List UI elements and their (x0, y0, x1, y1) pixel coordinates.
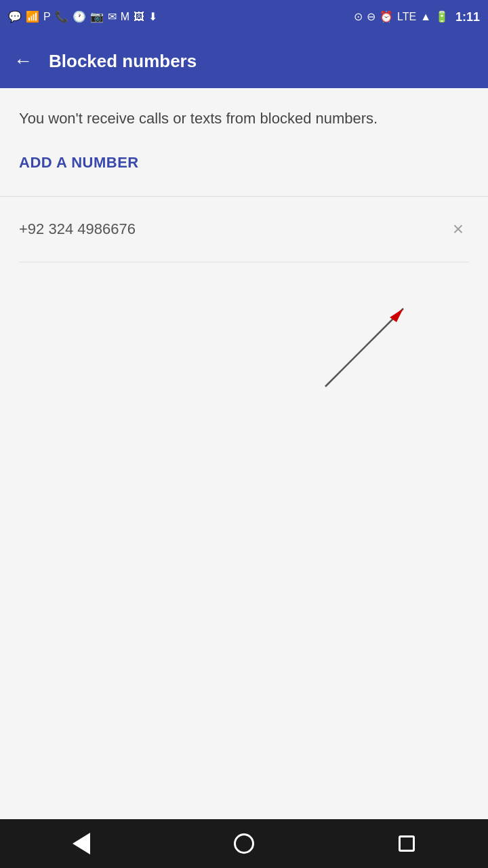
cast-icon: ⊙ (354, 12, 363, 22)
app-bar: ← Blocked numbers (0, 34, 488, 88)
gmail-icon: ✉ (108, 12, 117, 22)
nav-home-button[interactable] (217, 819, 271, 868)
phone-icon: 📞 (55, 12, 68, 22)
alarm-icon: ⏰ (380, 12, 393, 22)
pinterest-icon: P (43, 12, 51, 22)
status-time: 1:11 (455, 10, 480, 24)
messenger-icon: 💬 (8, 12, 22, 22)
remove-number-button[interactable]: × (447, 213, 469, 245)
download-icon: ⬇ (148, 12, 157, 22)
lte-icon: LTE (397, 12, 416, 22)
gmail2-icon: M (121, 12, 129, 22)
battery-icon: 🔋 (435, 12, 449, 22)
blocked-number-text: +92 324 4986676 (19, 220, 136, 238)
nav-back-icon (73, 833, 90, 854)
nav-recent-button[interactable] (380, 819, 434, 868)
nav-home-icon (234, 833, 254, 854)
add-number-button[interactable]: ADD A NUMBER (19, 154, 469, 172)
signal-icon: 📶 (26, 12, 39, 22)
blocked-number-row: +92 324 4986676 × (19, 197, 469, 262)
status-bar-left: 💬 📶 P 📞 🕐 📷 ✉ M 🖼 ⬇ (8, 12, 157, 22)
description-text: You won't receive calls or texts from bl… (19, 107, 469, 130)
nav-bar (0, 819, 488, 868)
nav-recent-icon (399, 835, 415, 852)
instagram-icon: 📷 (90, 12, 104, 22)
back-button[interactable]: ← (14, 50, 33, 72)
nav-back-button[interactable] (54, 819, 108, 868)
clock-icon: 🕐 (73, 12, 86, 22)
main-content: You won't receive calls or texts from bl… (0, 88, 488, 819)
signal-bars-icon: ▲ (420, 12, 431, 22)
status-bar-right: ⊙ ⊖ ⏰ LTE ▲ 🔋 1:11 (354, 10, 480, 24)
photos-icon: 🖼 (134, 12, 144, 22)
page-title: Blocked numbers (49, 51, 197, 72)
mute-icon: ⊖ (367, 12, 375, 22)
status-bar: 💬 📶 P 📞 🕐 📷 ✉ M 🖼 ⬇ ⊙ ⊖ ⏰ LTE ▲ 🔋 1:11 (0, 0, 488, 34)
